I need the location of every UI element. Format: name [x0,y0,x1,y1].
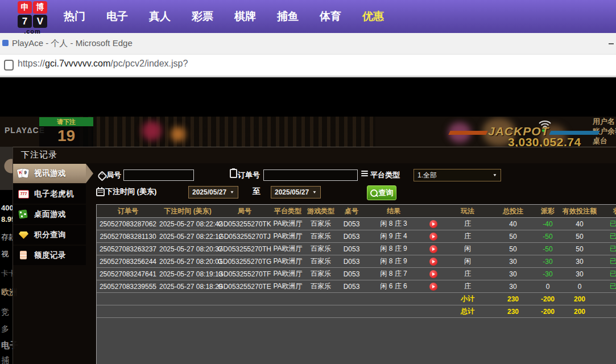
site-logo[interactable]: 申 博 7 V .com [16,1,49,34]
cell-time: 2025-05-27 08:22:12 [159,233,216,241]
platform-type-label: 平台类型 [370,170,400,180]
cell-play: 庄 [444,231,491,241]
replay-button[interactable] [429,283,437,291]
minimize-button[interactable] [609,43,614,44]
banner-backdrop [80,117,375,147]
dice-icon [18,209,30,220]
table-row: 2505270832395552025-05-27 08:18:29GD0532… [97,280,616,293]
cell-total: 50 [491,233,535,241]
sidebar-item-桌面游戏[interactable]: 桌面游戏 [13,205,86,224]
url-text[interactable]: https://gci.7vvvvvv.com/pc/pcv2/index.js… [18,59,188,69]
favicon [2,40,9,46]
url-path: /pc/pcv2/index.jsp? [110,59,188,68]
cell-total: 30 [491,283,535,291]
cell-status: 已派彩 [598,219,616,229]
cell-round: GD053255270TG [216,258,273,266]
cell-table: D053 [339,270,364,278]
sidebar-item-label: 视讯游戏 [34,168,66,179]
replay-button[interactable] [429,258,437,266]
site-nav: 热门电子真人彩票棋牌捕鱼体育优惠 [64,0,384,33]
cell-game: 百家乐 [303,282,339,291]
nav-item-电子[interactable]: 电子 [106,9,128,24]
site-info-icon[interactable] [4,60,14,71]
cell-table: D053 [339,245,364,253]
nav-item-捕鱼[interactable]: 捕鱼 [277,9,299,24]
cell-table: D053 [339,233,364,241]
table-row: 2505270832562442025-05-27 08:20:01GD0532… [97,255,616,268]
slot-machine-icon: 777 [18,189,30,199]
cell-round: GD053255270TK [216,220,273,228]
column-header: 游戏类型 [303,206,339,216]
cell-order: 250527083239555 [97,283,159,291]
round-number-input[interactable] [123,169,194,181]
column-header: 下注时间 (美东) [159,206,216,216]
nav-item-热门[interactable]: 热门 [64,9,85,24]
cell-valid: 50 [561,233,598,241]
table-row: 2505270832870622025-05-27 08:22:42GD0532… [97,218,616,230]
nav-item-优惠[interactable]: 优惠 [362,9,384,24]
cell-time: 2025-05-27 08:18:29 [159,283,216,291]
date-to-select[interactable]: 2025/05/27 ▼ [271,186,321,198]
cell-platform: PA欧洲厅 [273,257,303,266]
table-header-row: 订单号下注时间 (美东)局号平台类型游戏类型桌号结果玩法总投注派彩有效投注额状态 [97,205,616,218]
cell-valid: 40 [561,220,598,228]
platform-type-value: 1.全部 [417,171,437,180]
page-fragment: 多 [1,324,9,334]
replay-button[interactable] [429,220,437,228]
tag-icon [97,171,107,181]
order-number-input[interactable] [263,169,358,181]
cell-total: 30 [491,270,535,278]
column-header: 状态 [598,206,616,216]
chevron-down-icon: ▼ [493,173,497,177]
sidebar-item-电子老虎机[interactable]: 777电子老虎机 [13,184,86,204]
account-label: 用户名 [593,118,616,126]
cell-result: 闲 8 庄 7 [364,269,423,279]
grand-total-payout: -200 [535,308,561,316]
date-from-select[interactable]: 2025/05/27 ▼ [188,186,238,198]
sidebar-item-额度记录[interactable]: 额度记录 [13,246,86,265]
logo-tile: 7 [18,15,32,28]
nav-item-彩票[interactable]: 彩票 [192,9,213,24]
nav-item-体育[interactable]: 体育 [320,9,341,24]
nav-item-棋牌[interactable]: 棋牌 [234,9,256,24]
document-icon [18,250,30,260]
column-header: 结果 [364,206,423,216]
cell-round: GD053255270TF [216,270,273,278]
platform-type-select[interactable]: 1.全部 ▼ [414,169,501,181]
date-to-separator: 至 [253,187,261,197]
sidebar-item-视讯游戏[interactable]: K9视讯游戏 [13,164,86,183]
replay-button[interactable] [429,233,437,241]
bet-time-label: 下注时间 (美东) [105,187,156,197]
cell-result: 闲 8 庄 3 [364,219,423,229]
subtotal-label: 小计 [444,294,491,304]
replay-button[interactable] [429,270,437,278]
cell-game: 百家乐 [303,257,339,266]
column-header: 派彩 [535,206,561,216]
bet-timer-box: 请下注 19 [39,117,93,147]
page-background [0,77,616,117]
cell-status: 已派彩 [598,269,616,279]
replay-button[interactable] [429,245,437,253]
account-label: 桌台 [593,137,616,145]
url-host: gci.7vvvvvv.com [45,59,110,68]
nav-item-真人[interactable]: 真人 [149,9,171,24]
replay-cell [423,245,444,253]
table-row: 2505270832811302025-05-27 08:22:12GD0532… [97,230,616,243]
bet-timer-value: 19 [39,126,93,147]
cell-valid: 50 [561,245,598,253]
replay-cell [423,270,444,278]
cell-payout: -30 [535,258,561,266]
sidebar-item-积分查询[interactable]: 积分查询 [13,225,86,245]
search-button[interactable]: 查询 [367,185,396,200]
cell-payout: -50 [535,233,561,241]
replay-cell [423,220,444,228]
column-header: 有效投注额 [561,206,598,216]
cell-status: 已派彩 [598,231,616,241]
cell-valid: 30 [561,258,598,266]
site-nav-bar: 热门电子真人彩票棋牌捕鱼体育优惠 [0,0,616,33]
avatar [0,147,13,190]
browser-url-bar[interactable]: https://gci.7vvvvvv.com/pc/pcv2/index.js… [0,54,616,77]
cell-play: 庄 [444,269,491,279]
playing-cards-icon: K9 [18,168,30,179]
date-to-value: 2025/05/27 [275,188,309,196]
